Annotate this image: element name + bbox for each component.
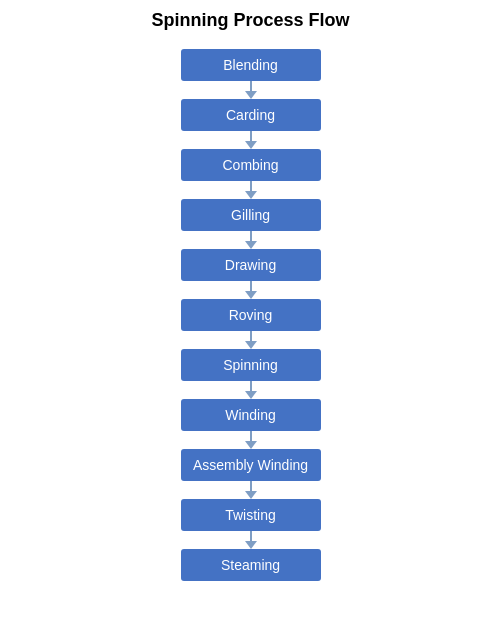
flow-step-combing: Combing — [181, 149, 321, 181]
arrow-head — [245, 241, 257, 249]
arrow-line — [250, 381, 252, 391]
flow-arrow-9 — [245, 531, 257, 549]
flow-step-spinning: Spinning — [181, 349, 321, 381]
arrow-line — [250, 331, 252, 341]
flow-arrow-1 — [245, 131, 257, 149]
arrow-head — [245, 191, 257, 199]
flow-step-winding: Winding — [181, 399, 321, 431]
flow-arrow-4 — [245, 281, 257, 299]
flow-arrow-0 — [245, 81, 257, 99]
flow-step-blending: Blending — [181, 49, 321, 81]
arrow-head — [245, 541, 257, 549]
arrow-line — [250, 481, 252, 491]
arrow-line — [250, 431, 252, 441]
flow-arrow-7 — [245, 431, 257, 449]
flow-arrow-2 — [245, 181, 257, 199]
flow-arrow-5 — [245, 331, 257, 349]
arrow-line — [250, 281, 252, 291]
flow-step-gilling: Gilling — [181, 199, 321, 231]
flow-step-twisting: Twisting — [181, 499, 321, 531]
arrow-head — [245, 91, 257, 99]
flow-step-steaming: Steaming — [181, 549, 321, 581]
arrow-head — [245, 441, 257, 449]
flow-step-drawing: Drawing — [181, 249, 321, 281]
flow-step-assembly-winding: Assembly Winding — [181, 449, 321, 481]
flow-arrow-8 — [245, 481, 257, 499]
arrow-head — [245, 491, 257, 499]
arrow-line — [250, 81, 252, 91]
arrow-head — [245, 391, 257, 399]
arrow-line — [250, 131, 252, 141]
flow-container: BlendingCardingCombingGillingDrawingRovi… — [181, 49, 321, 581]
page-title: Spinning Process Flow — [151, 10, 349, 31]
arrow-head — [245, 341, 257, 349]
arrow-head — [245, 291, 257, 299]
arrow-line — [250, 531, 252, 541]
flow-step-roving: Roving — [181, 299, 321, 331]
arrow-line — [250, 181, 252, 191]
arrow-head — [245, 141, 257, 149]
flow-arrow-3 — [245, 231, 257, 249]
flow-step-carding: Carding — [181, 99, 321, 131]
flow-arrow-6 — [245, 381, 257, 399]
arrow-line — [250, 231, 252, 241]
